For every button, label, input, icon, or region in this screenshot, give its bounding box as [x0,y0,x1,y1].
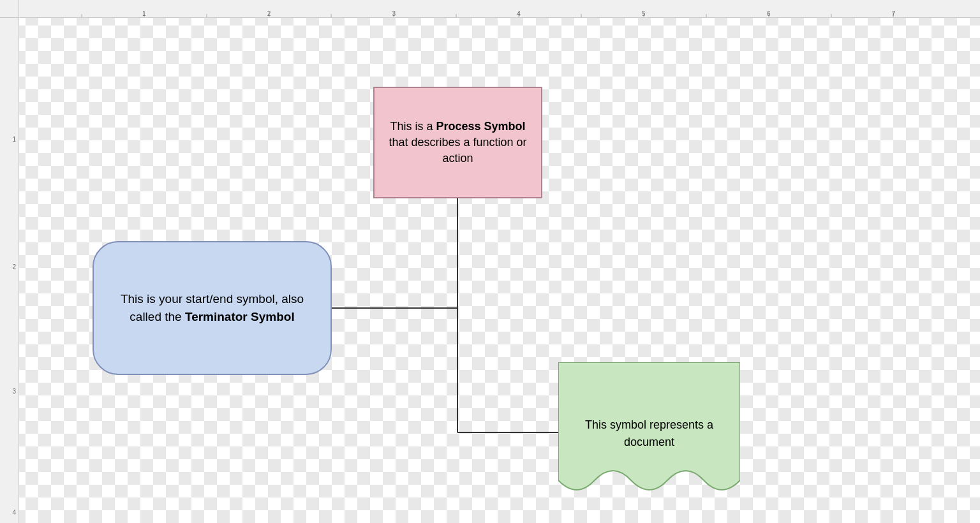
document-symbol[interactable]: This symbol represents a document [558,362,740,509]
terminator-symbol-text: This is your start/end symbol, also call… [107,290,318,327]
ruler-corner [0,0,19,18]
terminator-symbol[interactable]: This is your start/end symbol, also call… [93,241,332,375]
ruler-left: 1 2 3 4 [0,18,19,523]
diagram-area: This is a Process Symbol that describes … [19,18,980,523]
ruler-top: 1 2 3 4 5 6 7 [19,0,980,18]
process-symbol[interactable]: This is a Process Symbol that describes … [373,87,542,198]
canvas: 1 2 3 4 5 6 7 1 2 3 4 [0,0,980,523]
process-symbol-text: This is a Process Symbol that describes … [384,119,531,167]
document-symbol-text: This symbol represents a document [576,416,723,451]
